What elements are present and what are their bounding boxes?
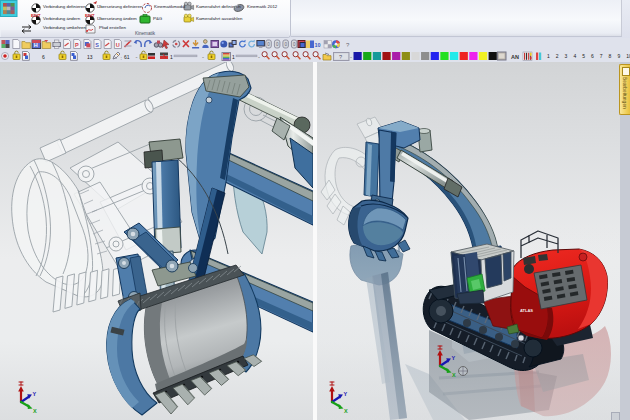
svg-text:S: S (95, 42, 99, 48)
svg-text:?: ? (346, 42, 350, 48)
svg-text:EDIT: EDIT (85, 13, 95, 18)
svg-text:U: U (116, 42, 120, 48)
svg-text:ATLAS: ATLAS (520, 308, 533, 313)
svg-text:X: X (33, 408, 37, 414)
svg-text:1: 1 (170, 54, 173, 60)
svg-text:X: X (344, 408, 348, 414)
svg-text:Y: Y (452, 355, 456, 361)
svg-text::: : (121, 55, 122, 61)
svg-text:Y: Y (33, 391, 37, 397)
svg-text:6: 6 (42, 54, 45, 60)
svg-text:EDIT: EDIT (31, 13, 41, 18)
svg-text:X: X (452, 372, 456, 378)
svg-text:1: 1 (232, 54, 235, 60)
svg-text:Y: Y (344, 391, 348, 397)
svg-text:13: 13 (87, 54, 93, 60)
svg-text:AN: AN (511, 54, 519, 60)
svg-text:P: P (75, 42, 79, 48)
svg-text:-: - (258, 54, 260, 60)
svg-text:-: - (202, 54, 204, 60)
svg-text:?: ? (339, 54, 342, 60)
svg-text:-: - (136, 54, 138, 60)
svg-text:-: - (350, 54, 352, 60)
svg-text:10: 10 (315, 42, 321, 48)
svg-text:61: 61 (124, 54, 130, 60)
